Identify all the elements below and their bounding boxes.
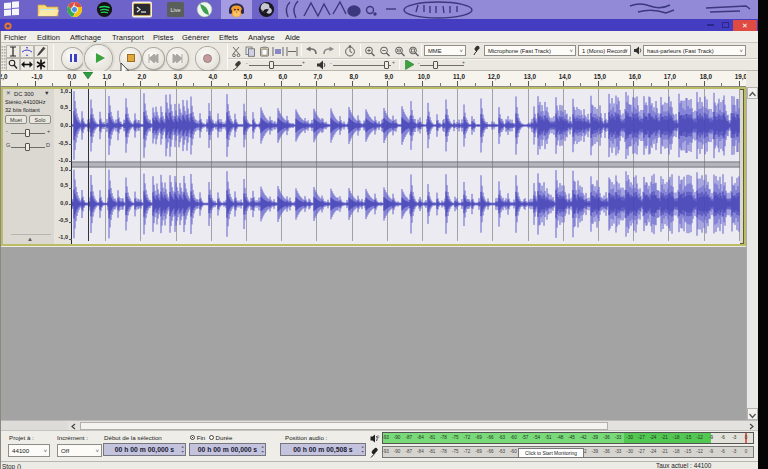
svg-text:Live: Live bbox=[170, 7, 180, 13]
